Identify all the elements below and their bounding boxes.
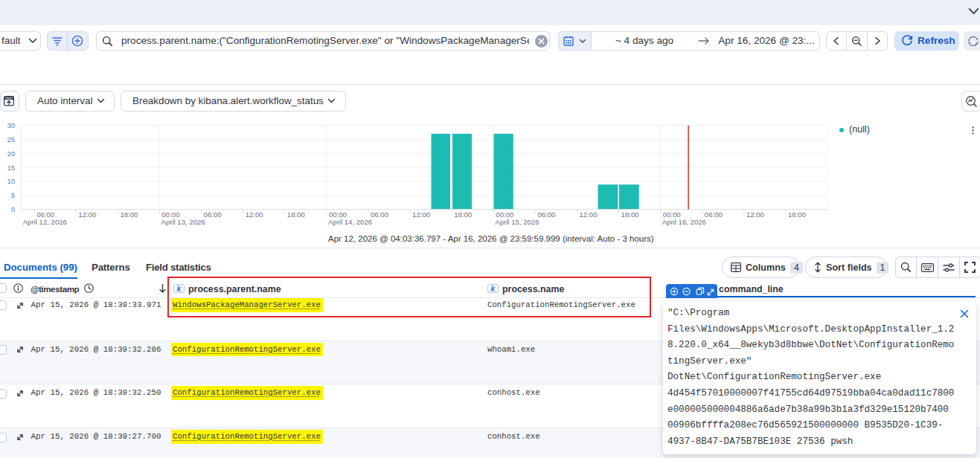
- svg-text:06:00: 06:00: [204, 210, 222, 219]
- svg-text:06:00: 06:00: [537, 210, 555, 219]
- svg-text:12:00: 12:00: [580, 210, 598, 219]
- svg-text:30: 30: [7, 122, 15, 129]
- svg-text:18:00: 18:00: [454, 210, 472, 219]
- svg-text:18:00: 18:00: [621, 210, 639, 219]
- svg-text:0: 0: [11, 206, 15, 213]
- svg-text:5: 5: [11, 192, 15, 199]
- svg-text:10: 10: [7, 178, 15, 185]
- svg-text:April 16, 2026: April 16, 2026: [662, 218, 706, 226]
- svg-text:April 14, 2026: April 14, 2026: [328, 218, 372, 226]
- svg-text:06:00: 06:00: [705, 210, 723, 219]
- svg-text:06:00: 06:00: [371, 210, 388, 219]
- svg-text:April 15, 2026: April 15, 2026: [495, 218, 539, 226]
- svg-text:18:00: 18:00: [120, 210, 138, 219]
- svg-text:12:00: 12:00: [246, 210, 263, 219]
- svg-text:20: 20: [7, 150, 15, 158]
- svg-text:25: 25: [7, 136, 15, 143]
- svg-text:April 12, 2026: April 12, 2026: [23, 218, 67, 226]
- svg-text:April 13, 2026: April 13, 2026: [161, 218, 205, 226]
- svg-text:18:00: 18:00: [287, 210, 305, 219]
- svg-text:12:00: 12:00: [746, 210, 764, 219]
- svg-text:12:00: 12:00: [412, 210, 430, 219]
- svg-text:15: 15: [7, 164, 15, 172]
- svg-text:18:00: 18:00: [788, 210, 806, 219]
- svg-text:12:00: 12:00: [78, 210, 96, 219]
